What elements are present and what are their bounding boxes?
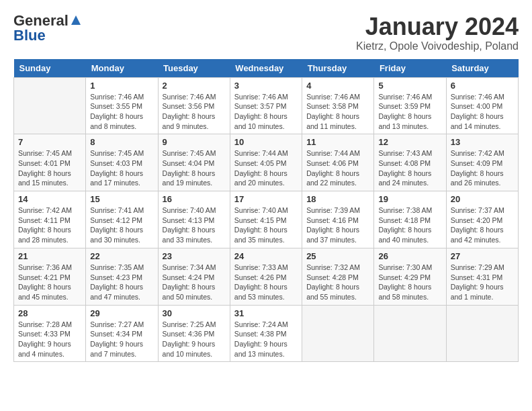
calendar-cell: 1Sunrise: 7:46 AM Sunset: 3:55 PM Daylig… — [86, 77, 158, 134]
calendar-cell: 17Sunrise: 7:40 AM Sunset: 4:15 PM Dayli… — [230, 191, 302, 248]
calendar-cell: 7Sunrise: 7:45 AM Sunset: 4:01 PM Daylig… — [14, 134, 86, 191]
calendar-cell: 30Sunrise: 7:25 AM Sunset: 4:36 PM Dayli… — [158, 305, 230, 362]
day-info: Sunrise: 7:28 AM Sunset: 4:33 PM Dayligh… — [18, 320, 81, 359]
day-number: 9 — [163, 137, 226, 147]
calendar-cell: 20Sunrise: 7:37 AM Sunset: 4:20 PM Dayli… — [446, 191, 518, 248]
day-info: Sunrise: 7:36 AM Sunset: 4:21 PM Dayligh… — [18, 263, 81, 302]
header: General Blue January 2024 Kietrz, Opole … — [13, 13, 519, 52]
title-area: January 2024 Kietrz, Opole Voivodeship, … — [356, 13, 519, 52]
day-info: Sunrise: 7:41 AM Sunset: 4:12 PM Dayligh… — [90, 205, 153, 245]
week-row-1: 1Sunrise: 7:46 AM Sunset: 3:55 PM Daylig… — [14, 77, 519, 134]
calendar-cell: 28Sunrise: 7:28 AM Sunset: 4:33 PM Dayli… — [14, 305, 86, 362]
weekday-header-thursday: Thursday — [302, 59, 374, 78]
day-info: Sunrise: 7:45 AM Sunset: 4:01 PM Dayligh… — [18, 148, 81, 188]
calendar-cell: 19Sunrise: 7:38 AM Sunset: 4:18 PM Dayli… — [374, 191, 446, 248]
calendar-cell: 23Sunrise: 7:34 AM Sunset: 4:24 PM Dayli… — [158, 248, 230, 305]
day-number: 8 — [90, 137, 153, 147]
day-number: 7 — [18, 137, 81, 147]
day-number: 30 — [163, 308, 226, 318]
day-info: Sunrise: 7:35 AM Sunset: 4:23 PM Dayligh… — [90, 263, 153, 302]
calendar-cell: 13Sunrise: 7:42 AM Sunset: 4:09 PM Dayli… — [446, 134, 518, 191]
calendar-cell — [446, 305, 518, 362]
week-row-4: 21Sunrise: 7:36 AM Sunset: 4:21 PM Dayli… — [14, 248, 519, 305]
calendar-cell: 27Sunrise: 7:29 AM Sunset: 4:31 PM Dayli… — [446, 248, 518, 305]
day-number: 1 — [90, 81, 153, 91]
calendar-cell — [14, 77, 86, 134]
calendar-cell: 29Sunrise: 7:27 AM Sunset: 4:34 PM Dayli… — [86, 305, 158, 362]
day-number: 14 — [18, 194, 81, 204]
svg-marker-0 — [71, 15, 81, 25]
weekday-header-sunday: Sunday — [14, 59, 86, 78]
calendar-cell: 15Sunrise: 7:41 AM Sunset: 4:12 PM Dayli… — [86, 191, 158, 248]
calendar-cell: 8Sunrise: 7:45 AM Sunset: 4:03 PM Daylig… — [86, 134, 158, 191]
week-row-2: 7Sunrise: 7:45 AM Sunset: 4:01 PM Daylig… — [14, 134, 519, 191]
day-info: Sunrise: 7:43 AM Sunset: 4:08 PM Dayligh… — [378, 148, 441, 188]
calendar-cell — [302, 305, 374, 362]
day-number: 2 — [163, 81, 226, 91]
day-info: Sunrise: 7:39 AM Sunset: 4:16 PM Dayligh… — [306, 205, 369, 245]
day-info: Sunrise: 7:33 AM Sunset: 4:26 PM Dayligh… — [234, 263, 298, 302]
day-info: Sunrise: 7:46 AM Sunset: 3:58 PM Dayligh… — [306, 92, 369, 132]
day-number: 21 — [18, 251, 81, 261]
calendar-cell: 4Sunrise: 7:46 AM Sunset: 3:58 PM Daylig… — [302, 77, 374, 134]
day-number: 17 — [234, 194, 298, 204]
day-number: 16 — [163, 194, 226, 204]
day-info: Sunrise: 7:37 AM Sunset: 4:20 PM Dayligh… — [451, 205, 514, 245]
day-info: Sunrise: 7:27 AM Sunset: 4:34 PM Dayligh… — [90, 320, 153, 359]
calendar-cell: 21Sunrise: 7:36 AM Sunset: 4:21 PM Dayli… — [14, 248, 86, 305]
day-info: Sunrise: 7:42 AM Sunset: 4:11 PM Dayligh… — [18, 205, 81, 245]
calendar-table: SundayMondayTuesdayWednesdayThursdayFrid… — [13, 59, 519, 363]
day-number: 15 — [90, 194, 153, 204]
weekday-header-wednesday: Wednesday — [230, 59, 302, 78]
day-info: Sunrise: 7:29 AM Sunset: 4:31 PM Dayligh… — [451, 263, 514, 302]
day-info: Sunrise: 7:46 AM Sunset: 4:00 PM Dayligh… — [451, 92, 514, 132]
calendar-cell: 12Sunrise: 7:43 AM Sunset: 4:08 PM Dayli… — [374, 134, 446, 191]
weekday-header-row: SundayMondayTuesdayWednesdayThursdayFrid… — [14, 59, 519, 78]
day-info: Sunrise: 7:46 AM Sunset: 3:59 PM Dayligh… — [378, 92, 441, 132]
day-info: Sunrise: 7:46 AM Sunset: 3:56 PM Dayligh… — [163, 92, 226, 132]
day-info: Sunrise: 7:34 AM Sunset: 4:24 PM Dayligh… — [163, 263, 226, 302]
calendar-cell: 6Sunrise: 7:46 AM Sunset: 4:00 PM Daylig… — [446, 77, 518, 134]
day-number: 29 — [90, 308, 153, 318]
day-number: 27 — [451, 251, 514, 261]
logo-blue-text: Blue — [13, 28, 46, 43]
day-number: 5 — [378, 81, 441, 91]
weekday-header-friday: Friday — [374, 59, 446, 78]
day-number: 12 — [378, 137, 441, 147]
logo: General Blue — [13, 13, 82, 43]
day-info: Sunrise: 7:46 AM Sunset: 3:55 PM Dayligh… — [90, 92, 153, 132]
calendar-cell: 24Sunrise: 7:33 AM Sunset: 4:26 PM Dayli… — [230, 248, 302, 305]
day-info: Sunrise: 7:46 AM Sunset: 3:57 PM Dayligh… — [234, 92, 298, 132]
location-subtitle: Kietrz, Opole Voivodeship, Poland — [356, 40, 519, 52]
calendar-cell: 26Sunrise: 7:30 AM Sunset: 4:29 PM Dayli… — [374, 248, 446, 305]
day-info: Sunrise: 7:24 AM Sunset: 4:38 PM Dayligh… — [234, 320, 298, 359]
logo-general-text: General — [13, 13, 69, 28]
day-info: Sunrise: 7:45 AM Sunset: 4:03 PM Dayligh… — [90, 148, 153, 188]
day-number: 18 — [306, 194, 369, 204]
day-info: Sunrise: 7:45 AM Sunset: 4:04 PM Dayligh… — [163, 148, 226, 188]
day-number: 23 — [163, 251, 226, 261]
day-number: 24 — [234, 251, 298, 261]
day-number: 26 — [378, 251, 441, 261]
calendar-cell: 31Sunrise: 7:24 AM Sunset: 4:38 PM Dayli… — [230, 305, 302, 362]
day-info: Sunrise: 7:40 AM Sunset: 4:13 PM Dayligh… — [163, 205, 226, 245]
calendar-cell: 22Sunrise: 7:35 AM Sunset: 4:23 PM Dayli… — [86, 248, 158, 305]
weekday-header-monday: Monday — [86, 59, 158, 78]
calendar-cell — [374, 305, 446, 362]
day-number: 10 — [234, 137, 298, 147]
day-number: 25 — [306, 251, 369, 261]
week-row-5: 28Sunrise: 7:28 AM Sunset: 4:33 PM Dayli… — [14, 305, 519, 362]
day-number: 4 — [306, 81, 369, 91]
day-info: Sunrise: 7:32 AM Sunset: 4:28 PM Dayligh… — [306, 263, 369, 302]
day-info: Sunrise: 7:44 AM Sunset: 4:05 PM Dayligh… — [234, 148, 298, 188]
weekday-header-saturday: Saturday — [446, 59, 518, 78]
month-title: January 2024 — [356, 13, 519, 40]
day-number: 28 — [18, 308, 81, 318]
logo-icon — [70, 14, 82, 26]
day-info: Sunrise: 7:42 AM Sunset: 4:09 PM Dayligh… — [451, 148, 514, 188]
weekday-header-tuesday: Tuesday — [158, 59, 230, 78]
day-info: Sunrise: 7:38 AM Sunset: 4:18 PM Dayligh… — [378, 205, 441, 245]
calendar-cell: 25Sunrise: 7:32 AM Sunset: 4:28 PM Dayli… — [302, 248, 374, 305]
calendar-cell: 18Sunrise: 7:39 AM Sunset: 4:16 PM Dayli… — [302, 191, 374, 248]
day-number: 13 — [451, 137, 514, 147]
